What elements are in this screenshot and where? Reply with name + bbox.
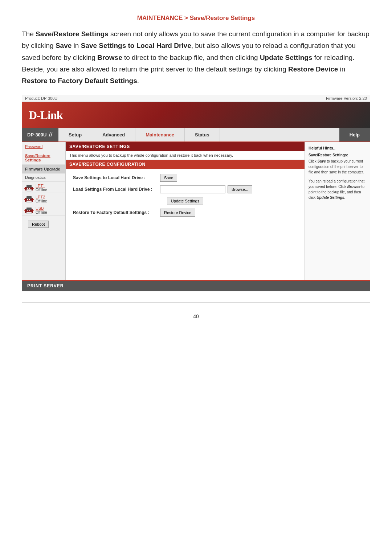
helpful-section-1-title: Save/Restore Settings: [309, 153, 366, 157]
firmware-label: Firmware Version: 2.20 [326, 96, 367, 100]
svg-rect-2 [26, 189, 32, 191]
svg-rect-3 [27, 188, 28, 189]
dlink-logo: D-Link [29, 108, 63, 122]
tab-advanced[interactable]: Advanced [92, 128, 135, 141]
sidebar-item-password[interactable]: Password [22, 142, 65, 151]
page-title: MAINTENANCE > Save/Restore Settings [22, 15, 370, 22]
load-input[interactable] [160, 185, 225, 193]
router-body: Password Save/RestoreSettings Firmware U… [22, 142, 370, 280]
restore-device-button[interactable]: Restore Device [160, 209, 195, 217]
port-usb-entry: USB Off line [22, 204, 65, 216]
lpt1-icon [24, 184, 34, 192]
router-frame: Product: DP-300U Firmware Version: 2.20 … [22, 95, 370, 291]
update-settings-button[interactable]: Update Settings [167, 197, 203, 205]
usb-status: Off line [36, 210, 47, 214]
lpt1-link[interactable]: LPT1 [36, 184, 47, 188]
restore-label: Restore To Factory Default Settings : [73, 210, 160, 215]
lpt2-status: Off line [36, 199, 47, 203]
helpful-title: Helpful Hints.. [309, 146, 366, 150]
update-settings-row: Update Settings [73, 197, 297, 205]
tab-status[interactable]: Status [185, 128, 220, 141]
svg-rect-16 [26, 212, 32, 214]
svg-rect-15 [26, 208, 32, 210]
svg-rect-11 [29, 199, 30, 200]
page-number: 40 [22, 313, 370, 327]
tab-setup[interactable]: Setup [58, 128, 92, 141]
product-label: Product: DP-300U [25, 96, 57, 100]
svg-rect-1 [26, 185, 32, 188]
sub-section-header: SAVE/RESTORE CONFIGURATION [66, 160, 305, 169]
nav-tabs: Setup Advanced Maintenance Status Help [58, 128, 370, 141]
reboot-area: Reboot [22, 216, 65, 233]
sidebar-item-saverestore[interactable]: Save/RestoreSettings [22, 151, 65, 165]
save-label: Save Settings to Local Hard Drive : [73, 175, 160, 180]
svg-rect-4 [29, 188, 30, 189]
router-topbar: Product: DP-300U Firmware Version: 2.20 [22, 95, 370, 102]
bottom-rule [22, 302, 370, 303]
router-header: D-Link [22, 102, 370, 128]
restore-row: Restore To Factory Default Settings : Re… [73, 209, 297, 217]
usb-icon [24, 207, 34, 214]
main-content: SAVE/RESTORE SETTINGS This menu allows y… [66, 142, 305, 280]
port-lpt2-entry: LPT2 Off line [22, 193, 65, 204]
lpt2-info: LPT2 Off line [36, 195, 47, 203]
sidebar: Password Save/RestoreSettings Firmware U… [22, 142, 66, 280]
tab-maintenance[interactable]: Maintenance [135, 128, 185, 141]
svg-rect-10 [27, 199, 28, 200]
sidebar-item-diagnostics[interactable]: Diagnostics [22, 173, 65, 182]
tab-help[interactable]: Help [339, 128, 370, 141]
section-header-saverestore: SAVE/RESTORE SETTINGS [66, 142, 305, 151]
svg-rect-18 [29, 210, 30, 211]
nav-slash: // [49, 131, 52, 139]
browse-button[interactable]: Browse... [228, 185, 252, 193]
model-label: DP-300U [27, 132, 46, 138]
port-lpt1-entry: LPT1 Off line [22, 182, 65, 193]
lpt1-info: LPT1 Off line [36, 184, 47, 192]
nav-bar: DP-300U // Setup Advanced Maintenance St… [22, 128, 370, 142]
lpt2-link[interactable]: LPT2 [36, 195, 47, 199]
load-label: Load Settings From Local Hard Drive : [73, 187, 160, 192]
sidebar-section-firmware: Firmware Upgrade [22, 165, 65, 173]
nav-model: DP-300U // [22, 128, 58, 141]
load-settings-row: Load Settings From Local Hard Drive : Br… [73, 185, 297, 193]
save-button[interactable]: Save [160, 174, 177, 182]
section-desc: This menu allows you to backup the whole… [66, 151, 305, 160]
save-settings-row: Save Settings to Local Hard Drive : Save [73, 174, 297, 182]
usb-info: USB Off line [36, 206, 47, 214]
right-panel: Helpful Hints.. Save/Restore Settings: C… [305, 142, 370, 280]
svg-rect-8 [26, 196, 32, 199]
reboot-button[interactable]: Reboot [28, 221, 49, 228]
svg-rect-17 [27, 210, 28, 211]
helpful-section-2-text: You can reload a configuration that you … [309, 178, 366, 200]
lpt1-status: Off line [36, 188, 47, 192]
helpful-section-1-text: Click Save to backup your current config… [309, 159, 366, 175]
svg-rect-9 [26, 201, 32, 202]
config-area: Save Settings to Local Hard Drive : Save… [66, 169, 305, 225]
lpt2-icon [24, 196, 34, 203]
intro-paragraph: The Save/Restore Settings screen not onl… [22, 28, 370, 87]
router-footer: PRINT SERVER [22, 280, 370, 291]
usb-link[interactable]: USB [36, 206, 47, 210]
